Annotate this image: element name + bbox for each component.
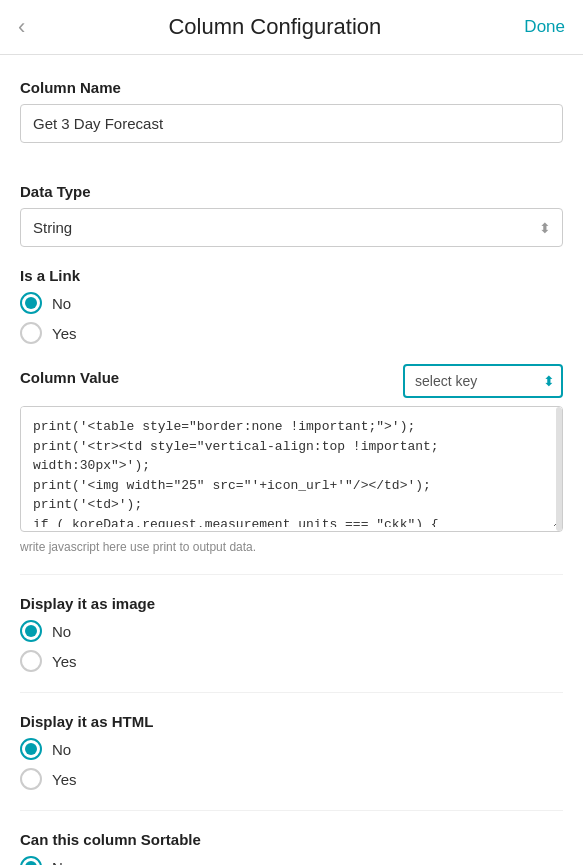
column-value-section: Column Value select key ⬍ print('<table …	[20, 364, 563, 554]
display-as-image-label: Display it as image	[20, 595, 563, 612]
img-no-label: No	[52, 623, 71, 640]
data-type-select-wrapper: String Number Boolean Date ⬍	[20, 208, 563, 247]
is-a-link-label: Is a Link	[20, 267, 563, 284]
is-a-link-section: Is a Link No Yes	[20, 267, 563, 344]
code-hint: write javascript here use print to outpu…	[20, 540, 563, 554]
select-key-wrapper: select key ⬍	[403, 364, 563, 398]
content: Column Name Data Type String Number Bool…	[0, 55, 583, 865]
can-sort-radio-group: No Yes	[20, 856, 563, 865]
data-type-select[interactable]: String Number Boolean Date	[20, 208, 563, 247]
html-yes-label: Yes	[52, 771, 76, 788]
img-no-radio[interactable]	[20, 620, 42, 642]
column-name-input[interactable]	[20, 104, 563, 143]
divider-3	[20, 810, 563, 811]
column-name-label: Column Name	[20, 79, 563, 96]
html-no-radio[interactable]	[20, 738, 42, 760]
link-yes-option[interactable]: Yes	[20, 322, 563, 344]
html-yes-option[interactable]: Yes	[20, 768, 563, 790]
data-type-section: Data Type String Number Boolean Date ⬍	[20, 183, 563, 247]
link-yes-label: Yes	[52, 325, 76, 342]
sort-no-option[interactable]: No	[20, 856, 563, 865]
html-yes-radio[interactable]	[20, 768, 42, 790]
page-title: Column Configuration	[25, 14, 524, 40]
column-value-header: Column Value select key ⬍	[20, 364, 563, 398]
code-area-wrapper: print('<table style="border:none !import…	[20, 406, 563, 532]
display-as-image-radio-group: No Yes	[20, 620, 563, 672]
divider-2	[20, 692, 563, 693]
display-as-html-section: Display it as HTML No Yes	[20, 713, 563, 790]
html-no-option[interactable]: No	[20, 738, 563, 760]
sort-no-label: No	[52, 859, 71, 866]
link-yes-radio[interactable]	[20, 322, 42, 344]
display-as-html-label: Display it as HTML	[20, 713, 563, 730]
display-as-image-section: Display it as image No Yes	[20, 595, 563, 672]
link-no-option[interactable]: No	[20, 292, 563, 314]
code-textarea[interactable]: print('<table style="border:none !import…	[21, 407, 562, 527]
link-no-label: No	[52, 295, 71, 312]
img-yes-option[interactable]: Yes	[20, 650, 563, 672]
select-key-select[interactable]: select key	[403, 364, 563, 398]
can-sort-label: Can this column Sortable	[20, 831, 563, 848]
divider-1	[20, 574, 563, 575]
link-no-radio[interactable]	[20, 292, 42, 314]
back-button[interactable]: ‹	[18, 16, 25, 38]
can-sort-section: Can this column Sortable No Yes	[20, 831, 563, 865]
data-type-label: Data Type	[20, 183, 563, 200]
header: ‹ Column Configuration Done	[0, 0, 583, 55]
is-a-link-radio-group: No Yes	[20, 292, 563, 344]
column-value-label: Column Value	[20, 369, 119, 386]
sort-no-radio[interactable]	[20, 856, 42, 865]
display-as-html-radio-group: No Yes	[20, 738, 563, 790]
column-name-section: Column Name	[20, 79, 563, 163]
img-yes-label: Yes	[52, 653, 76, 670]
img-yes-radio[interactable]	[20, 650, 42, 672]
html-no-label: No	[52, 741, 71, 758]
img-no-option[interactable]: No	[20, 620, 563, 642]
done-button[interactable]: Done	[524, 17, 565, 37]
